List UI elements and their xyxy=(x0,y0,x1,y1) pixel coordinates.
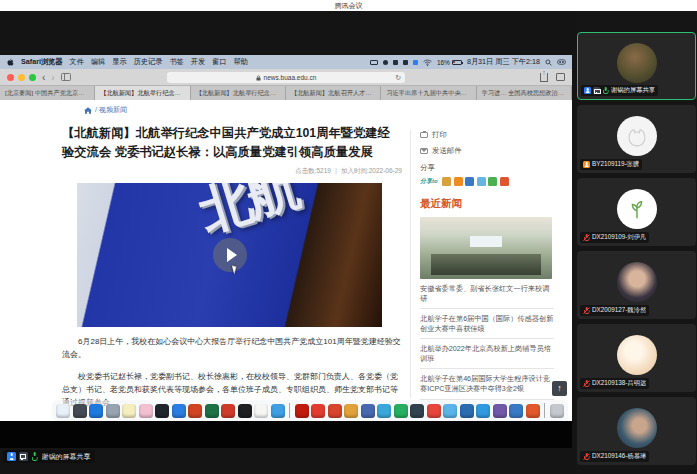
email-label[interactable]: 发送邮件 xyxy=(432,146,462,156)
wifi-icon[interactable] xyxy=(423,59,432,66)
news-link[interactable]: 安徽省委常委、副省长张红文一行来校调研 xyxy=(420,279,554,309)
dock-github-icon[interactable] xyxy=(493,404,507,418)
dock-trash-icon[interactable] xyxy=(550,404,564,418)
input-source-icon[interactable] xyxy=(393,60,398,65)
dock-music-icon[interactable] xyxy=(410,404,424,418)
participant-tile[interactable]: 谢锅的屏幕共享 xyxy=(577,32,696,100)
breadcrumb[interactable]: / 视频新闻 xyxy=(84,105,402,115)
apple-icon[interactable] xyxy=(6,58,14,67)
participant-name: DX2109138-吕明远 xyxy=(592,379,646,388)
back-button[interactable]: ‹ xyxy=(42,70,45,85)
participant-name: DX2009127-魏泠然 xyxy=(592,306,646,315)
dock-photos-icon[interactable] xyxy=(139,404,153,418)
avatar xyxy=(617,189,657,229)
dock-compass-icon[interactable] xyxy=(73,404,87,418)
back-to-top-button[interactable]: ↑ xyxy=(552,381,567,396)
dock-game-icon[interactable] xyxy=(344,404,358,418)
participant-tile[interactable]: BY2109119-张骥 xyxy=(577,105,696,173)
reload-button[interactable]: ↻ xyxy=(395,74,401,82)
dock-docker-icon[interactable] xyxy=(460,404,474,418)
meeting-status-icon[interactable] xyxy=(383,60,388,65)
dock-notes-icon[interactable] xyxy=(122,404,136,418)
menu-view[interactable]: 显示 xyxy=(112,57,126,67)
recent-news-photo[interactable] xyxy=(420,217,552,279)
address-bar[interactable]: news.buaa.edu.cn ↻ xyxy=(167,72,405,83)
menu-history[interactable]: 历史记录 xyxy=(134,57,163,67)
share-service-icon-4[interactable] xyxy=(488,177,497,186)
dock-acrobat-icon[interactable] xyxy=(295,404,309,418)
forward-button[interactable]: › xyxy=(51,70,54,85)
close-window-button[interactable] xyxy=(7,74,14,81)
share-service-icon-2[interactable] xyxy=(465,177,474,186)
dock-android-icon[interactable] xyxy=(394,404,408,418)
dock-cloud-icon[interactable] xyxy=(443,404,457,418)
dock-weibo-icon[interactable] xyxy=(328,404,342,418)
tab-overview-button[interactable] xyxy=(556,73,565,81)
browser-tab[interactable]: 【北航新闻】北航召开人才工作会议… xyxy=(286,86,381,100)
dock-pinwheel-icon[interactable] xyxy=(361,404,375,418)
dock-qq-icon[interactable] xyxy=(155,404,169,418)
dock-mail-icon[interactable] xyxy=(172,404,186,418)
breadcrumb-label[interactable]: / 视频新闻 xyxy=(95,105,127,115)
dock-firefox-icon[interactable] xyxy=(526,404,540,418)
dock-wps-icon[interactable] xyxy=(311,404,325,418)
dock-edge-icon[interactable] xyxy=(377,404,391,418)
im-badge-icon[interactable] xyxy=(413,60,418,65)
dock-launchpad-icon[interactable] xyxy=(106,404,120,418)
share-service-icon-0[interactable] xyxy=(442,177,451,186)
news-link[interactable]: 北航学子在第46届国际大学生程序设计竞赛ICPC亚洲区决赛中夺得3金2银 xyxy=(420,369,554,399)
zoom-window-button[interactable] xyxy=(29,74,36,81)
home-icon[interactable] xyxy=(84,107,92,114)
dock-safari-icon[interactable] xyxy=(271,404,285,418)
menu-edit[interactable]: 编辑 xyxy=(91,57,105,67)
play-button[interactable] xyxy=(213,238,247,272)
browser-tab[interactable]: 【北航新闻】北航举行纪念中国共产党… xyxy=(191,86,286,100)
lock-icon xyxy=(256,75,261,81)
dock-powerpoint-icon[interactable] xyxy=(188,404,202,418)
mail-icon xyxy=(420,148,428,154)
news-link[interactable]: 北航学子在第6届中国（国际）传感器创新创业大赛中喜获佳绩 xyxy=(420,309,554,339)
participant-tile[interactable]: DX2009127-魏泠然 xyxy=(577,251,696,319)
menu-develop[interactable]: 开发 xyxy=(191,57,205,67)
menu-bookmarks[interactable]: 书签 xyxy=(169,57,183,67)
share-page-button[interactable] xyxy=(540,73,548,82)
share-service-icon-3[interactable] xyxy=(477,177,486,186)
print-link[interactable]: 打印 xyxy=(420,130,568,140)
email-link[interactable]: 发送邮件 xyxy=(420,146,568,156)
display-mirroring-icon[interactable] xyxy=(370,60,378,65)
menu-file[interactable]: 文件 xyxy=(70,57,84,67)
sidebar-toggle-button[interactable] xyxy=(61,73,71,81)
share-service-icon-5[interactable] xyxy=(500,177,509,186)
share-service-icon-1[interactable] xyxy=(454,177,463,186)
dock-textedit-icon[interactable] xyxy=(254,404,268,418)
dock-vlc-icon[interactable] xyxy=(509,404,523,418)
menu-help[interactable]: 帮助 xyxy=(234,57,248,67)
news-link[interactable]: 北航举办2022年北京高校新上岗辅导员培训班 xyxy=(420,339,554,369)
minimize-window-button[interactable] xyxy=(18,74,25,81)
menubar-clock[interactable]: 8月31日 周三 下午2:18 xyxy=(467,57,540,67)
video-player[interactable]: 北航 xyxy=(77,183,382,327)
dock-app-store-icon[interactable] xyxy=(89,404,103,418)
share-to-icon[interactable]: 分享to xyxy=(420,177,438,186)
participant-tile[interactable]: DX2109146-杨慕琳 xyxy=(577,397,696,465)
dock xyxy=(52,400,568,421)
dock-terminal-icon[interactable] xyxy=(238,404,252,418)
dock-vscode-icon[interactable] xyxy=(476,404,490,418)
app-status-icon[interactable] xyxy=(403,60,408,65)
browser-tab[interactable]: 习近平出席十九届中共中央政治局会… xyxy=(381,86,476,100)
dock-finder-icon[interactable] xyxy=(56,404,70,418)
print-label[interactable]: 打印 xyxy=(432,130,447,140)
battery-indicator[interactable]: 16% xyxy=(437,59,462,66)
participant-tile[interactable]: DX2109138-吕明远 xyxy=(577,324,696,392)
menu-window[interactable]: 窗口 xyxy=(212,57,226,67)
dock-chrome-icon[interactable] xyxy=(427,404,441,418)
browser-tab[interactable]: 学习进… 全国高校思想政治工作会… xyxy=(477,86,572,100)
control-center-icon[interactable] xyxy=(557,59,566,65)
participant-tile[interactable]: DX2109109-刘伊凡 xyxy=(577,178,696,246)
browser-tab-active[interactable]: 【北航新闻】北航举行纪念中国共产党… xyxy=(95,86,190,100)
dock-keynote-icon[interactable] xyxy=(221,404,235,418)
dock-excel-icon[interactable] xyxy=(205,404,219,418)
spotlight-icon[interactable] xyxy=(545,59,552,66)
browser-tab[interactable]: [北京要闻] 中国共产党北京市第十三… xyxy=(0,86,95,100)
menu-safari[interactable]: Safari浏览器 xyxy=(21,57,63,67)
